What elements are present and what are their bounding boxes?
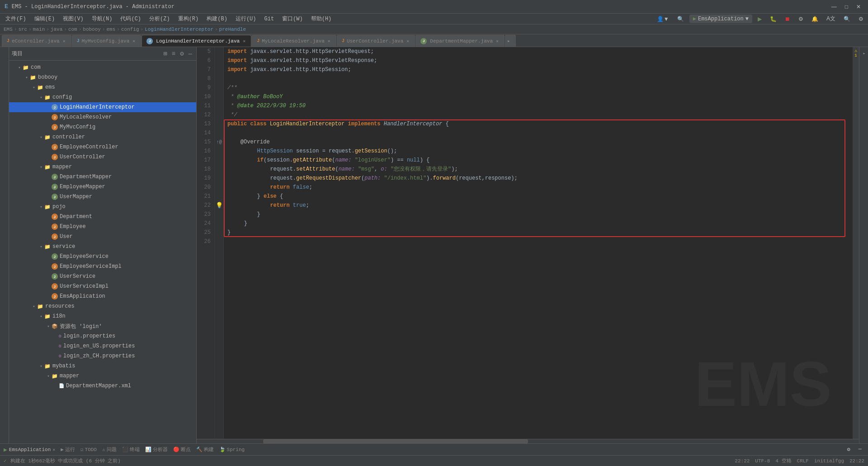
bottom-hide-btn[interactable]: — [856,445,864,454]
tab-departmentmapper[interactable]: J DepartmentMapper.java ✕ [415,35,505,47]
tree-item-employeeserviceimpl[interactable]: J EmployeeServiceImpl [9,262,196,271]
tab-close-usercontroller[interactable]: ✕ [406,38,410,44]
settings-button[interactable]: ⚙ [796,14,806,24]
bottom-settings-btn[interactable]: ⚙ [844,445,853,454]
tree-item-i18n[interactable]: ▾ 📁 i18n [9,311,196,321]
breadcrumb-src[interactable]: src [18,27,27,32]
tab-mylocaleresolver[interactable]: J MyLocaleResolver.java ✕ [252,35,336,47]
tab-close-departmentmapper[interactable]: ✕ [495,38,500,44]
tree-item-departmentmapper-xml[interactable]: 📄 DepartmentMapper.xml [9,381,196,391]
tree-item-userservice[interactable]: J UserService [9,271,196,281]
tree-item-mapper-xml[interactable]: ▾ 📁 mapper [9,371,196,381]
menu-window[interactable]: 窗口(W) [278,14,307,24]
tree-item-login-zh-props[interactable]: ⚙ login_zh_CH.properties [9,351,196,361]
tree-item-bobooy[interactable]: ▾ 📁 bobooy [9,72,196,82]
sidebar-hide-btn[interactable]: — [187,49,193,58]
tree-item-departmentmapper[interactable]: J DepartmentMapper [9,172,196,182]
menu-git[interactable]: Git [260,15,278,23]
close-button[interactable]: ✕ [854,2,863,11]
left-panel-toggle[interactable]: 项目 [1,49,8,52]
tree-item-usermapper[interactable]: J UserMapper [9,192,196,202]
tab-close-mylocaleresolver[interactable]: ✕ [327,38,331,44]
menu-refactor[interactable]: 重构(R) [175,14,203,24]
tab-close-mymvcconfig[interactable]: ✕ [132,38,136,44]
tree-item-pojo[interactable]: ▾ 📁 pojo [9,202,196,212]
breadcrumb-com[interactable]: com [68,27,77,32]
minimize-button[interactable]: — [829,2,840,11]
notifications-button[interactable]: 🔔 [809,14,821,24]
tree-item-login-props[interactable]: ⚙ login.properties [9,331,196,341]
profile-button[interactable]: 👤▼ [654,14,672,24]
lightbulb-icon[interactable]: 💡 [216,202,223,209]
menu-view[interactable]: 视图(V) [59,14,87,24]
tab-more[interactable]: ▸ [505,35,516,47]
menu-navigate[interactable]: 导航(N) [88,14,116,24]
run-close-icon[interactable]: ✕ [52,447,55,452]
status-encoding[interactable]: UTF-8 [755,458,770,464]
menu-analyze[interactable]: 分析(Z) [146,14,174,24]
tree-item-mylocaleresolver[interactable]: J MyLocaleResolver [9,112,196,122]
tree-item-usercontroller[interactable]: J UserController [9,152,196,162]
tree-item-mymvcconfig[interactable]: J MyMvcConfig [9,122,196,132]
bottom-tab-todo[interactable]: ☑TODO [80,446,97,453]
tree-item-emsapplication[interactable]: J EmsApplication [9,291,196,301]
menu-build[interactable]: 构建(B) [203,14,231,24]
tree-item-employeeservice[interactable]: J EmployeeService [9,252,196,262]
right-panel-toggle[interactable]: ▸ [861,49,866,57]
bottom-tab-problems[interactable]: ⚠问题 [102,446,117,453]
tab-mymvcconfig[interactable]: J MyMvcConfig.java ✕ [72,35,142,47]
tree-item-service[interactable]: ▾ 📁 service [9,242,196,252]
tree-item-employeecontroller[interactable]: J EmployeeController [9,142,196,152]
stop-button[interactable]: ⏹ [782,14,793,24]
tree-item-login-bundle[interactable]: ▾ 📦 资源包 'login' [9,321,196,331]
menu-file[interactable]: 文件(F) [2,14,30,24]
bottom-tab-profiler[interactable]: 📊分析器 [145,446,168,453]
tree-item-userserviceimpl[interactable]: J UserServiceImpl [9,281,196,291]
tree-item-mapper[interactable]: ▾ 📁 mapper [9,162,196,172]
run-config[interactable]: ▶ EmsApplication ▼ [689,14,752,23]
tree-item-department[interactable]: J Department [9,212,196,222]
bottom-tab-terminal[interactable]: ⬛终端 [122,446,140,453]
breadcrumb-config[interactable]: config [121,27,139,32]
tree-item-controller[interactable]: ▾ 📁 controller [9,132,196,142]
tree-item-config[interactable]: ▾ 📁 config [9,92,196,102]
tab-econtroller[interactable]: J eController.java ✕ [2,35,71,47]
zoom-button[interactable]: 🔍 [841,14,853,24]
search-everywhere-button[interactable]: 🔍 [675,14,687,24]
translate-button[interactable]: A文 [824,14,838,24]
menu-code[interactable]: 代码(C) [117,14,145,24]
gear-button[interactable]: ⚙ [856,14,866,24]
breadcrumb-java[interactable]: java [51,27,62,32]
sidebar-settings-btn[interactable]: ⚙ [179,49,185,58]
code-editor[interactable]: EMS 5 6 7 8 9 10 11 12 13 14 15 16 17 18… [197,47,859,443]
tree-item-mybatis[interactable]: ▾ 📁 mybatis [9,361,196,371]
run-button[interactable]: ▶ [755,14,764,24]
tab-close-loginhandler[interactable]: ✕ [242,38,246,44]
bottom-tab-build[interactable]: 🔨构建 [196,446,214,453]
bottom-tab-run[interactable]: ▶运行 [61,446,75,453]
tree-item-employee[interactable]: J Employee [9,222,196,232]
tab-close-econtroller[interactable]: ✕ [62,38,66,44]
breadcrumb-bobooy[interactable]: bobooy [83,27,101,32]
menu-help[interactable]: 帮助(H) [307,14,335,24]
tree-item-loginhandlerinterceptor[interactable]: J LoginHandlerInterceptor [9,102,196,112]
tree-item-user[interactable]: J User [9,232,196,242]
breadcrumb-ems2[interactable]: ems [107,27,116,32]
tab-loginhandler[interactable]: J LoginHandlerInterceptor.java ✕ [142,35,251,47]
menu-run[interactable]: 运行(U) [232,14,260,24]
status-line-col[interactable]: 22:22 [735,458,750,464]
breadcrumb-ems[interactable]: EMS [4,27,13,32]
bottom-tab-breakpoints[interactable]: 🔴断点 [173,446,191,453]
breadcrumb-class[interactable]: LoginHandlerInterceptor [145,27,213,32]
tree-item-com[interactable]: ▾ 📁 com [9,62,196,72]
maximize-button[interactable]: □ [842,2,851,11]
debug-button[interactable]: 🐛 [767,14,779,24]
override-gutter-icon[interactable]: ↑ [216,139,219,145]
code-area[interactable]: import javax.servlet.http.HttpServletReq… [224,47,853,439]
run-status-area[interactable]: ▶ EmsApplication ✕ [4,446,55,453]
tree-item-ems[interactable]: ▾ 📁 ems [9,82,196,92]
bottom-tab-spring[interactable]: 🍃Spring [219,446,245,453]
tree-item-employeemapper[interactable]: J EmployeeMapper [9,182,196,192]
breadcrumb-main[interactable]: main [33,27,45,32]
horizontal-scrollbar[interactable] [197,439,859,443]
